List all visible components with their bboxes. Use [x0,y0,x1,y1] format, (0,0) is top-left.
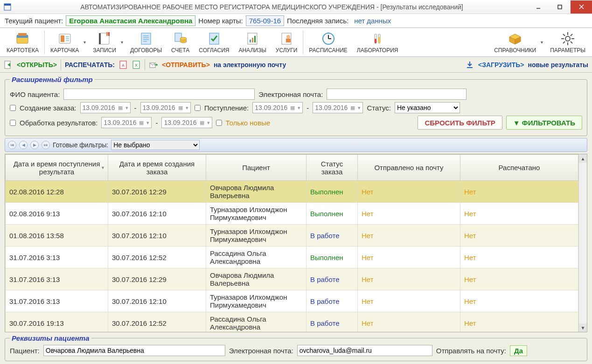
cell-printed: Нет [460,225,578,247]
soglasia-button[interactable]: СОГЛАСИЯ [194,29,234,55]
scheta-button[interactable]: СЧЕТА [167,29,194,55]
received-to-date[interactable]: 13.09.2016▦▾ [313,102,363,113]
spravochniki-button[interactable]: СПРАВОЧНИКИ [489,29,541,55]
dogovory-button[interactable]: ДОГОВОРЫ [125,29,167,55]
prev-page-button[interactable]: ◀ [19,141,28,149]
details-sendto-value[interactable]: Да [510,345,527,356]
received-from-date[interactable]: 13.09.2016▦▾ [252,102,303,113]
last-record-label: Последняя запись: [287,17,348,25]
analizy-button[interactable]: АНАЛИЗЫ [234,29,271,55]
card-number[interactable]: 765-09-16 [246,15,284,26]
svg-rect-8 [18,33,27,36]
scroll-down-icon[interactable]: ▼ [579,323,587,332]
cell-created: 30.07.2016 12:52 [108,247,206,268]
cell-status: Выполнен [306,181,358,203]
minimize-button[interactable] [528,0,549,14]
cell-printed: Нет [460,247,578,268]
preset-filters-select[interactable]: Не выбрано [111,140,200,150]
table-row[interactable]: 31.07.2016 3:1330.07.2016 12:52Рассадина… [6,247,578,268]
send-button[interactable]: <ОТПРАВИТЬ> [162,61,210,69]
svg-rect-34 [286,39,291,42]
apply-filter-button[interactable]: ▼ ФИЛЬТРОВАТЬ [506,116,582,130]
cell-received: 02.08.2016 12:28 [6,181,108,203]
svg-rect-3 [558,5,562,9]
svg-line-48 [571,41,572,43]
created-from-date[interactable]: 13.09.2016▦▾ [80,102,131,113]
cell-status: Выполнен [306,203,358,225]
details-email-label: Электронная почта: [229,347,293,355]
download-icon[interactable] [465,60,474,69]
table-row[interactable]: 02.08.2016 12:2830.07.2016 12:29Овчарова… [6,181,578,203]
reset-filter-button[interactable]: СБРОСИТЬ ФИЛЬТР [418,116,502,130]
current-patient-name[interactable]: Егорова Анастасия Александровна [66,15,195,26]
col-created[interactable]: Дата и время создания заказа [108,155,206,181]
excel-icon[interactable]: X [132,60,141,69]
table-row[interactable]: 30.07.2016 19:1330.07.2016 12:52Рассадин… [6,312,578,332]
raspisanie-button[interactable]: РАСПИСАНИЕ [304,29,352,55]
sort-icon: ▼ [101,165,105,170]
results-grid: Дата и время поступления результата▼ Дат… [5,154,587,332]
received-checkbox[interactable] [195,105,201,111]
details-email-input[interactable] [297,345,432,356]
cell-received: 31.07.2016 3:13 [6,290,108,312]
first-page-button[interactable]: ⏮ [8,141,16,149]
pager-bar: ⏮ ◀ ▶ ⏭ Готовые фильтры: Не выбрано [5,138,587,152]
gear-icon [560,31,575,46]
patient-details: Реквизиты пациента Пациент: Электронная … [5,334,587,361]
preset-filters-label: Готовые фильтры: [53,141,108,149]
main-toolbar: КАРТОТЕКА КАРТОЧКА ▾ ЗАПИСИ ▾ ДОГОВОРЫ С… [0,28,592,57]
pdf-icon[interactable]: A [118,60,128,69]
dropdown-icon[interactable]: ▾ [541,40,545,45]
col-patient[interactable]: Пациент [206,155,306,181]
col-status[interactable]: Статус заказа [306,155,358,181]
table-row[interactable]: 31.07.2016 3:1330.07.2016 12:29Овчарова … [6,268,578,290]
created-to-date[interactable]: 13.09.2016▦▾ [140,102,191,113]
created-checkbox[interactable] [10,105,16,111]
dropdown-icon[interactable]: ▾ [84,40,88,45]
svg-line-49 [563,41,565,43]
open-icon[interactable] [4,60,13,69]
consent-icon [207,31,222,46]
cell-printed: Нет [460,203,578,225]
processed-from-date[interactable]: 13.09.2016▦▾ [101,117,152,128]
fio-input[interactable] [63,89,255,100]
col-received[interactable]: Дата и время поступления результата▼ [6,155,108,181]
parametry-button[interactable]: ПАРАМЕТРЫ [545,29,590,55]
email-input[interactable] [327,89,467,100]
created-label: Создание заказа: [20,104,77,112]
clock-icon [321,31,336,46]
table-row[interactable]: 01.08.2016 13:5830.07.2016 12:10Турназар… [6,225,578,247]
kartochka-button[interactable]: КАРТОЧКА [46,29,84,55]
last-page-button[interactable]: ⏭ [42,141,50,149]
kartoteka-button[interactable]: КАРТОТЕКА [2,29,43,55]
cell-patient: Турназаров Илхомджон Пирмухамедович [206,203,306,225]
onlynew-checkbox[interactable] [216,120,222,126]
coins-icon [173,31,188,46]
scroll-up-icon[interactable]: ▲ [579,154,587,163]
processed-to-date[interactable]: 13.09.2016▦▾ [161,117,212,128]
maximize-button[interactable] [549,0,571,14]
laboratoria-button[interactable]: ЛАБОРАТОРИЯ [352,29,403,55]
vertical-scrollbar[interactable]: ▲ ▼ [578,154,587,332]
cell-created: 30.07.2016 12:10 [108,290,206,312]
uslugi-button[interactable]: УСЛУГИ [271,29,302,55]
processed-checkbox[interactable] [10,120,16,126]
close-button[interactable] [571,0,592,14]
status-select[interactable]: Не указано [395,102,460,113]
send-icon[interactable] [149,60,158,69]
details-patient-input[interactable] [43,345,225,356]
zapisi-button[interactable]: ЗАПИСИ [88,29,121,55]
cell-created: 30.07.2016 12:10 [108,225,206,247]
cell-status: В работе [306,225,358,247]
col-printed[interactable]: Распечатано [460,155,578,181]
col-sent[interactable]: Отправлено на почту [358,155,460,181]
open-button[interactable]: <ОТКРЫТЬ> [17,61,57,69]
next-page-button[interactable]: ▶ [30,141,39,149]
table-row[interactable]: 31.07.2016 3:1330.07.2016 12:10Турназаро… [6,290,578,312]
table-row[interactable]: 02.08.2016 9:1330.07.2016 12:10Турназаро… [6,203,578,225]
notebook-icon [97,31,112,46]
load-button[interactable]: <ЗАГРУЗИТЬ> [478,61,524,69]
document-icon [139,31,153,46]
dropdown-icon[interactable]: ▾ [121,40,125,45]
cell-status: Выполнен [306,247,358,268]
